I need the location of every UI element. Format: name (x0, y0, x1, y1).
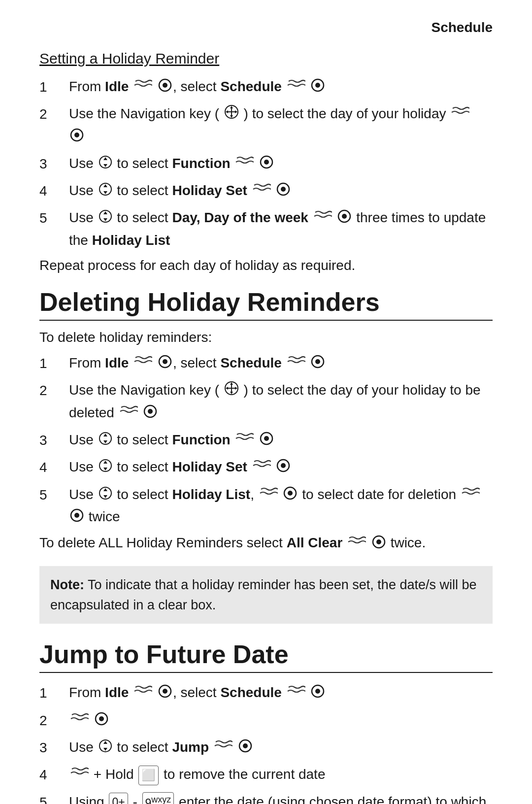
menu-icon (287, 683, 305, 704)
step-content: Use to select Function (69, 153, 493, 175)
step-content: From Idle , select Schedule (69, 352, 493, 374)
step-3-1: 1 From Idle , select Schedule (39, 682, 493, 704)
note-text: Note: To indicate that a holiday reminde… (50, 577, 477, 612)
svg-marker-20 (103, 191, 107, 194)
svg-point-57 (74, 513, 79, 518)
step-3-5: 5 Using 0+ - 9wxyz enter the date (using… (39, 791, 493, 804)
menu-icon (252, 181, 271, 202)
svg-point-63 (315, 689, 320, 694)
menu-icon (451, 104, 469, 125)
ok-icon (70, 127, 84, 148)
scroll-icon (99, 430, 112, 451)
step-1-1: 1 From Idle , select Schedule (39, 76, 493, 98)
svg-point-61 (163, 689, 167, 694)
delete-all-note: To delete ALL Holiday Reminders select A… (39, 535, 493, 552)
ok-icon (337, 208, 351, 229)
step-num: 1 (39, 352, 69, 374)
svg-marker-43 (103, 440, 107, 443)
svg-marker-38 (235, 387, 237, 390)
svg-point-40 (148, 409, 153, 414)
step-num: 3 (39, 737, 69, 759)
svg-point-17 (264, 160, 269, 165)
step-content: Use to select Day, Day of the week three… (69, 207, 493, 251)
step-content: Use to select Function (69, 429, 493, 451)
note-box: Note: To indicate that a holiday reminde… (39, 566, 493, 624)
svg-marker-52 (103, 488, 107, 491)
svg-point-1 (163, 83, 167, 88)
step-num: 3 (39, 153, 69, 175)
svg-point-29 (163, 359, 167, 364)
svg-point-22 (281, 187, 286, 192)
scroll-icon (99, 457, 112, 478)
svg-marker-24 (103, 211, 107, 214)
repeat-note: Repeat process for each day of holiday a… (39, 258, 493, 273)
svg-marker-42 (103, 434, 107, 436)
ok-icon (95, 710, 108, 732)
svg-marker-68 (103, 748, 107, 751)
ok-icon (260, 154, 273, 175)
ok-icon (143, 403, 157, 424)
section-deleting: Deleting Holiday Reminders To delete hol… (39, 287, 493, 624)
header-title: Schedule (432, 20, 493, 35)
menu-icon (461, 485, 480, 506)
nav-icon (224, 104, 239, 125)
section1-steps: 1 From Idle , select Schedule 2 Use the … (39, 76, 493, 251)
menu-icon (287, 77, 305, 98)
scroll-icon (99, 181, 112, 202)
menu-icon (70, 710, 89, 732)
menu-icon (347, 535, 366, 552)
hold-key-icon: ⬜ (138, 766, 159, 785)
section2-title: Deleting Holiday Reminders (39, 287, 493, 321)
menu-icon (252, 457, 271, 478)
menu-icon (133, 683, 152, 704)
page-header: Schedule (39, 20, 493, 35)
step-num: 1 (39, 76, 69, 98)
step-content: Use the Navigation key ( ) to select the… (69, 379, 493, 424)
step-num: 5 (39, 484, 69, 529)
ok-icon (238, 737, 252, 759)
scroll-icon (99, 154, 112, 175)
menu-icon (259, 485, 278, 506)
ok-icon (158, 683, 172, 704)
svg-marker-53 (103, 495, 107, 498)
svg-marker-9 (226, 110, 228, 113)
key0-icon: 0+ (109, 793, 128, 804)
svg-marker-67 (103, 741, 107, 744)
menu-icon (287, 353, 305, 374)
section1-title: Setting a Holiday Reminder (39, 50, 493, 67)
step-content: Use to select Holiday List, to select da… (69, 484, 493, 529)
svg-point-12 (74, 133, 79, 137)
nav-icon (224, 380, 239, 402)
section-holiday-reminder: Setting a Holiday Reminder 1 From Idle ,… (39, 50, 493, 273)
menu-icon (235, 154, 254, 175)
step-2-3: 3 Use to select Function (39, 429, 493, 451)
step-content: From Idle , select Schedule (69, 682, 493, 704)
section-jump: Jump to Future Date 1 From Idle , select… (39, 639, 493, 804)
svg-point-65 (99, 716, 104, 721)
step-num: 2 (39, 103, 69, 148)
key9-icon: 9wxyz (142, 792, 174, 804)
step-content: Use to select Jump (69, 737, 493, 759)
step-num: 4 (39, 456, 69, 478)
ok-icon (158, 77, 172, 98)
step-content: + Hold ⬜ to remove the current date (69, 764, 493, 786)
menu-icon (133, 77, 152, 98)
step-num: 2 (39, 379, 69, 424)
svg-marker-47 (103, 461, 107, 464)
svg-marker-10 (235, 110, 237, 113)
step-num: 3 (39, 429, 69, 451)
menu-icon (235, 430, 254, 451)
step-num: 4 (39, 764, 69, 786)
svg-marker-15 (103, 164, 107, 167)
svg-point-3 (315, 83, 320, 88)
scroll-icon (99, 737, 112, 759)
ok-icon (276, 181, 290, 202)
svg-point-70 (243, 743, 248, 748)
menu-icon (133, 353, 152, 374)
step-num: 4 (39, 180, 69, 202)
step-3-3: 3 Use to select Jump (39, 737, 493, 759)
step-content (69, 709, 493, 732)
section2-intro: To delete holiday reminders: (39, 330, 493, 345)
ok-icon (70, 507, 84, 528)
svg-marker-37 (226, 387, 228, 390)
